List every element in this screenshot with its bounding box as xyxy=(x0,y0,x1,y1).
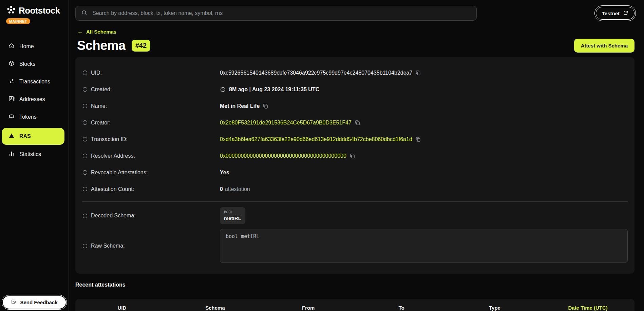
info-icon xyxy=(82,86,88,92)
sidebar-item-blocks[interactable]: Blocks xyxy=(0,57,69,72)
send-feedback-button[interactable]: Send Feedback xyxy=(3,296,66,309)
attestations-table: UID Schema From To Type Date Time (UTC) xyxy=(75,299,634,311)
recent-attestations-heading: Recent attestations xyxy=(75,282,634,288)
revocable-value: Yes xyxy=(220,170,229,176)
network-badge: MAINNET xyxy=(6,18,30,24)
transaction-id-label: Transaction ID: xyxy=(82,136,220,142)
sidebar-item-ras[interactable]: RAS xyxy=(2,128,64,145)
decoded-schema-chip: BOOL metIRL xyxy=(220,207,245,224)
sidebar-item-addresses[interactable]: Addresses xyxy=(0,92,69,107)
sidebar-item-label: Transactions xyxy=(19,79,50,85)
sidebar-item-label: Tokens xyxy=(19,114,37,120)
copy-icon[interactable] xyxy=(415,70,421,76)
copy-icon[interactable] xyxy=(415,136,421,142)
brand-logo[interactable]: Rootstock MAINNET xyxy=(0,0,69,24)
sidebar-item-label: Blocks xyxy=(19,61,35,67)
detail-row-transaction-id: Transaction ID: 0xd4a3b6fea627fa63363fe2… xyxy=(82,131,628,148)
copy-icon[interactable] xyxy=(355,120,360,125)
uid-label: UID: xyxy=(82,70,220,76)
info-icon xyxy=(82,136,88,142)
sidebar-item-label: Statistics xyxy=(19,151,41,157)
breadcrumb-label: All Schemas xyxy=(86,29,116,35)
clock-icon xyxy=(220,86,226,93)
attestation-count-value: 0 xyxy=(220,186,223,192)
resolver-address-label: Resolver Address: xyxy=(82,153,220,159)
brand-name: Rootstock xyxy=(19,5,60,16)
info-icon xyxy=(82,186,88,192)
detail-row-name: Name: Met in Real Life xyxy=(82,98,628,114)
created-value: 8M ago | Aug 23 2024 19:11:35 UTC xyxy=(229,86,319,93)
detail-row-creator: Creator: 0x2e80F532191de291536B24Ce5D67a… xyxy=(82,114,628,131)
revocable-label: Revocable Attestations: xyxy=(82,170,220,176)
sidebar-nav: Home Blocks Transactions xyxy=(0,39,69,164)
detail-row-attestation-count: Attestation Count: 0 attestation xyxy=(82,181,628,197)
raw-schema-label: Raw Schema: xyxy=(82,243,220,249)
column-header-schema: Schema xyxy=(169,305,262,311)
search-input[interactable] xyxy=(92,10,471,17)
resolver-address-link[interactable]: 0x00000000000000000000000000000000000000… xyxy=(220,153,346,159)
info-icon xyxy=(82,213,88,219)
transactions-icon xyxy=(8,78,15,86)
raw-schema-textarea[interactable]: bool metIRL xyxy=(220,229,628,263)
detail-row-raw-schema: Raw Schema: bool metIRL xyxy=(82,229,628,263)
attestation-count-link[interactable]: attestation xyxy=(225,186,250,192)
attest-with-schema-button[interactable]: Attest with Schema xyxy=(574,39,634,53)
title-row: Schema #42 Attest with Schema xyxy=(75,38,634,53)
column-header-type: Type xyxy=(448,305,542,311)
copy-icon[interactable] xyxy=(349,153,355,159)
external-link-icon xyxy=(623,10,628,17)
creator-address-link[interactable]: 0x2e80F532191de291536B24Ce5D67a9B0D3E51F… xyxy=(220,120,352,126)
detail-row-revocable: Revocable Attestations: Yes xyxy=(82,164,628,181)
sidebar-item-statistics[interactable]: Statistics xyxy=(0,147,69,162)
detail-row-uid: UID: 0xc5926561540143689cbfe73046a922c97… xyxy=(82,64,628,81)
coin-icon xyxy=(8,113,15,121)
detail-row-resolver-address: Resolver Address: 0x00000000000000000000… xyxy=(82,148,628,164)
schema-field-name: metIRL xyxy=(224,215,241,221)
column-header-datetime: Date Time (UTC) xyxy=(541,305,634,311)
detail-row-decoded-schema: Decoded Schema: BOOL metIRL xyxy=(82,207,628,224)
detail-row-created: Created: 8M ago | Aug 23 2024 19:11:35 U… xyxy=(82,81,628,98)
testnet-switch-button[interactable]: Testnet xyxy=(596,7,634,20)
info-icon xyxy=(82,170,88,175)
name-label: Name: xyxy=(82,103,220,109)
column-header-to: To xyxy=(355,305,448,311)
sidebar-item-label: Addresses xyxy=(19,96,45,102)
home-icon xyxy=(8,42,15,51)
sidebar-item-home[interactable]: Home xyxy=(0,39,69,54)
info-icon xyxy=(82,103,88,109)
info-icon xyxy=(82,153,88,159)
column-header-uid: UID xyxy=(75,305,169,311)
column-header-from: From xyxy=(262,305,355,311)
schema-id-badge: #42 xyxy=(132,40,150,52)
creator-label: Creator: xyxy=(82,120,220,126)
sidebar-item-label: RAS xyxy=(19,133,31,139)
search-icon xyxy=(81,9,88,17)
rootstock-logo-icon xyxy=(6,4,17,17)
schema-field-type: BOOL xyxy=(224,210,241,214)
search-box[interactable] xyxy=(75,6,477,21)
cube-icon xyxy=(8,60,15,68)
uid-value: 0xc5926561540143689cbfe73046a922c975c99d… xyxy=(220,70,412,76)
addresses-icon xyxy=(8,95,15,103)
bar-chart-icon xyxy=(8,150,15,158)
attestation-count-label: Attestation Count: xyxy=(82,186,220,192)
name-value: Met in Real Life xyxy=(220,103,260,109)
info-icon xyxy=(82,120,88,125)
section-divider xyxy=(82,201,628,202)
send-feedback-label: Send Feedback xyxy=(20,299,57,305)
app-root: Rootstock MAINNET Home Blocks xyxy=(0,0,644,311)
decoded-schema-label: Decoded Schema: xyxy=(82,213,220,219)
sidebar-item-tokens[interactable]: Tokens xyxy=(0,110,69,124)
created-label: Created: xyxy=(82,86,220,93)
info-icon xyxy=(82,70,88,76)
page-title: Schema xyxy=(77,38,126,53)
copy-icon[interactable] xyxy=(263,103,268,109)
info-icon xyxy=(82,243,88,249)
sidebar: Rootstock MAINNET Home Blocks xyxy=(0,0,69,311)
transaction-id-link[interactable]: 0xd4a3b6fea627fa63363fe22e90d66ed613e912… xyxy=(220,136,412,142)
sidebar-item-transactions[interactable]: Transactions xyxy=(0,74,69,89)
attestations-table-header: UID Schema From To Type Date Time (UTC) xyxy=(75,299,634,311)
feedback-pencil-icon xyxy=(11,299,17,306)
breadcrumb-all-schemas[interactable]: ← All Schemas xyxy=(77,28,116,35)
testnet-label: Testnet xyxy=(602,11,620,16)
